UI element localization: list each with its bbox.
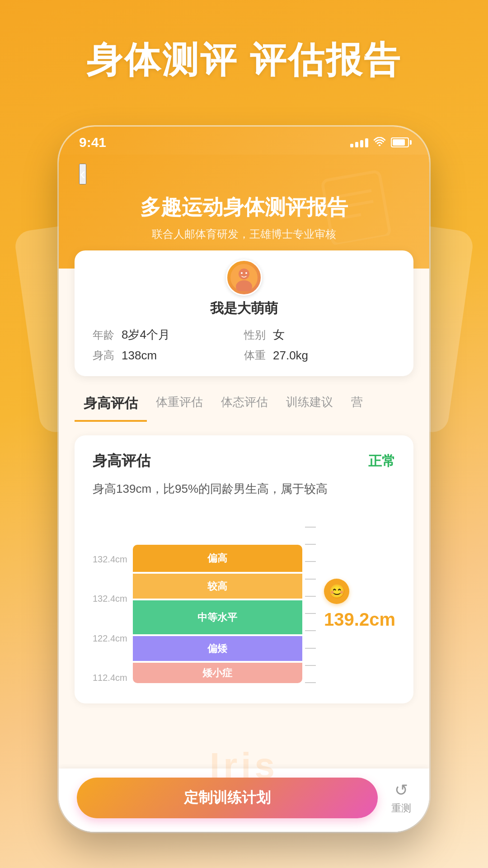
battery-icon (391, 137, 409, 147)
bar-label-4: 偏矮 (207, 642, 227, 656)
phone-mockup: 9:41 (59, 127, 429, 832)
svg-point-0 (379, 145, 380, 146)
back-button[interactable]: ‹ (79, 164, 86, 184)
svg-line-3 (338, 201, 373, 208)
svg-line-2 (336, 191, 371, 197)
tab-posture[interactable]: 体态评估 (212, 390, 277, 422)
svg-line-4 (340, 215, 361, 218)
assessment-card: 身高评估 正常 身高139cm，比95%的同龄男生高，属于较高 132.4cm … (75, 435, 413, 703)
bar-label-5: 矮小症 (202, 666, 232, 680)
weight-row: 体重 27.0kg (244, 348, 395, 363)
indicator-face-icon: 😊 (324, 579, 349, 604)
bar-label-3: 中等水平 (197, 611, 237, 624)
gender-value: 女 (273, 327, 285, 343)
assessment-title: 身高评估 (93, 451, 150, 471)
status-time: 9:41 (79, 135, 106, 150)
assessment-desc: 身高139cm，比95%的同龄男生高，属于较高 (93, 480, 395, 498)
reset-icon: ↺ (394, 781, 408, 800)
reset-label: 重测 (391, 802, 411, 815)
assessment-header: 身高评估 正常 (93, 451, 395, 471)
phone-screen: 9:41 (59, 127, 429, 832)
height-indicator: 😊 139.2cm (319, 525, 395, 688)
status-bar: 9:41 (59, 127, 429, 155)
gender-row: 性别 女 (244, 327, 395, 343)
profile-info: 年龄 8岁4个月 性别 女 身高 138cm 体重 27.0kg (93, 327, 395, 363)
cta-button[interactable]: 定制训练计划 (77, 778, 378, 818)
assessment-status: 正常 (368, 452, 395, 471)
svg-rect-1 (322, 171, 390, 245)
status-icons (350, 136, 409, 149)
profile-name: 我是大萌萌 (93, 299, 395, 318)
weight-value: 27.0kg (273, 349, 308, 363)
height-chart: 132.4cm 132.4cm 122.4cm 112.4cm 偏高 (93, 516, 395, 688)
tab-training[interactable]: 训练建议 (277, 390, 342, 422)
indicator-value: 139.2cm (324, 609, 395, 630)
svg-point-8 (241, 272, 243, 274)
chart-label-5: 112.4cm (93, 673, 127, 683)
weight-label: 体重 (244, 348, 266, 363)
bar-label-1: 偏高 (207, 552, 227, 565)
height-row: 身高 138cm (93, 348, 244, 363)
height-label: 身高 (93, 348, 114, 363)
avatar (226, 259, 262, 296)
tab-weight[interactable]: 体重评估 (147, 390, 212, 422)
page-header: 身体测评 评估报告 (0, 0, 488, 103)
tab-bar: 身高评估 体重评估 体态评估 训练建议 营 (59, 376, 429, 422)
phone-frame: 9:41 (59, 127, 429, 832)
signal-icon (350, 137, 368, 147)
bar-label-2: 较高 (207, 580, 227, 593)
svg-point-9 (245, 272, 247, 274)
avatar-wrap (93, 259, 395, 296)
header-watermark-icon (314, 163, 400, 263)
tab-more[interactable]: 营 (342, 390, 372, 422)
content-area: 身高评估 正常 身高139cm，比95%的同龄男生高，属于较高 132.4cm … (59, 422, 429, 769)
bottom-bar: 定制训练计划 ↺ 重测 (59, 769, 429, 832)
svg-point-6 (239, 269, 249, 279)
ruler (305, 525, 316, 688)
reset-button[interactable]: ↺ 重测 (391, 781, 411, 815)
age-label: 年龄 (93, 328, 114, 342)
height-value: 138cm (122, 349, 157, 363)
chart-label-3: 132.4cm (93, 594, 127, 604)
chart-label-4: 122.4cm (93, 633, 127, 644)
wifi-icon (374, 136, 385, 149)
chart-y-labels: 132.4cm 132.4cm 122.4cm 112.4cm (93, 525, 133, 688)
chart-label-2: 132.4cm (93, 554, 127, 565)
gender-label: 性别 (244, 328, 266, 342)
page-title: 身体测评 评估报告 (0, 36, 488, 85)
age-value: 8岁4个月 (122, 327, 170, 343)
age-row: 年龄 8岁4个月 (93, 327, 244, 343)
tab-height[interactable]: 身高评估 (75, 390, 147, 422)
profile-card: 我是大萌萌 年龄 8岁4个月 性别 女 身高 138cm 体 (75, 250, 413, 376)
